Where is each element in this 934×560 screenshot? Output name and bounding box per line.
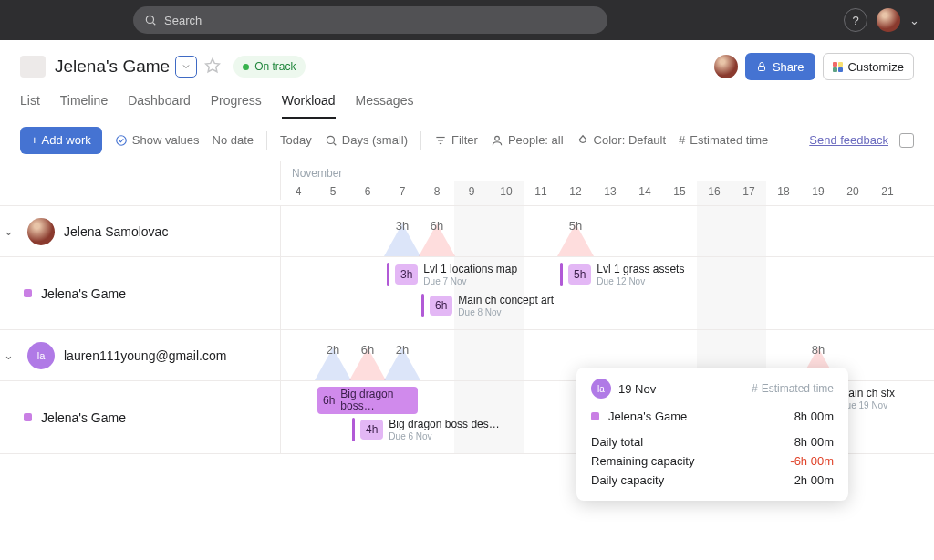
filter-button[interactable]: Filter	[434, 133, 478, 147]
tab-messages[interactable]: Messages	[356, 88, 414, 119]
hash-icon: #	[679, 133, 685, 147]
expand-chevron-icon[interactable]: ⌄	[4, 348, 18, 362]
save-layout-button[interactable]	[899, 133, 914, 148]
zoom-select[interactable]: Days (small)	[325, 133, 408, 147]
tab-list[interactable]: List	[20, 88, 40, 119]
star-icon	[204, 57, 221, 74]
tooltip-est-label: #Estimated time	[752, 382, 834, 395]
project-dot-icon	[24, 413, 32, 421]
task-card[interactable]: 3hLvl 1 locations mapDue 7 Nov	[387, 263, 517, 286]
add-work-button[interactable]: + Add work	[20, 127, 102, 154]
show-values-toggle[interactable]: Show values	[115, 133, 200, 147]
svg-marker-2	[206, 58, 220, 71]
hour-label: 6h	[361, 343, 374, 357]
help-button[interactable]: ?	[844, 8, 867, 32]
tooltip-project: Jelena's Game	[608, 410, 687, 423]
task-hours: 6h	[323, 394, 335, 407]
project-row[interactable]: Jelena's Game	[0, 257, 281, 329]
hour-label: 2h	[327, 343, 339, 357]
task-marker	[387, 263, 389, 286]
svg-line-6	[333, 142, 336, 145]
task-due: Due 6 Nov	[389, 431, 499, 441]
capacity-tooltip: la 19 Nov #Estimated time Jelena's Game …	[576, 368, 848, 501]
person-avatar	[27, 218, 55, 245]
day-header: 5	[316, 181, 350, 205]
day-header: 7	[385, 181, 420, 205]
people-filter[interactable]: People: all	[491, 133, 564, 147]
no-date-toggle[interactable]: No date	[213, 133, 254, 147]
color-select[interactable]: Color: Default	[576, 133, 666, 147]
member-avatar[interactable]	[714, 55, 738, 78]
title-dropdown-button[interactable]	[175, 56, 197, 78]
svg-point-10	[495, 136, 500, 140]
view-tabs: ListTimelineDashboardProgressWorkloadMes…	[0, 80, 934, 119]
project-row[interactable]: Jelena's Game	[0, 381, 281, 453]
task-bar[interactable]: 6hBig dragon boss…	[317, 387, 418, 414]
filter-icon	[434, 134, 447, 147]
user-menu-caret-icon[interactable]: ⌄	[909, 14, 919, 27]
task-marker	[421, 294, 424, 317]
task-title: Big dragon boss…	[340, 389, 412, 412]
task-card[interactable]: 4hBig dragon boss des…Due 6 Nov	[352, 418, 500, 441]
hour-label: 5h	[569, 219, 582, 233]
tab-workload[interactable]: Workload	[282, 88, 336, 119]
star-button[interactable]	[204, 57, 221, 77]
task-hours: 6h	[430, 296, 452, 316]
task-marker	[560, 263, 563, 286]
drop-icon	[576, 134, 589, 147]
task-due: Due 12 Nov	[597, 276, 684, 286]
global-search[interactable]: Search	[133, 6, 607, 34]
month-label: November	[281, 161, 934, 181]
share-button[interactable]: Share	[745, 53, 815, 80]
day-header: 9	[454, 181, 489, 205]
task-title: Lvl 1 locations map	[423, 263, 517, 275]
send-feedback-link[interactable]: Send feedback	[809, 133, 888, 147]
tooltip-project-value: 8h 00m	[794, 410, 834, 423]
zoom-icon	[325, 134, 337, 147]
estimate-field[interactable]: # Estimated time	[679, 133, 768, 147]
day-headers: 456789101112131415161718192021	[281, 181, 934, 205]
day-header: 11	[524, 181, 558, 205]
user-avatar[interactable]	[877, 8, 900, 32]
task-hours: 3h	[395, 264, 418, 285]
tooltip-avatar: la	[591, 379, 611, 399]
tab-dashboard[interactable]: Dashboard	[128, 88, 191, 119]
tooltip-line: Remaining capacity-6h 00m	[591, 451, 834, 471]
task-hours: 4h	[360, 420, 383, 440]
page-title: Jelena's Game	[55, 57, 170, 77]
hour-label: 6h	[431, 219, 443, 233]
task-hours: 5h	[568, 264, 591, 285]
project-dot-icon	[591, 412, 599, 420]
svg-point-4	[117, 135, 127, 145]
person-name: lauren111young@gmail.com	[64, 348, 226, 363]
hour-label: 3h	[396, 219, 409, 233]
day-header: 14	[628, 181, 662, 205]
day-header: 17	[732, 181, 766, 205]
tab-timeline[interactable]: Timeline	[60, 88, 108, 119]
person-icon	[491, 134, 503, 147]
day-header: 8	[420, 181, 454, 205]
tab-progress[interactable]: Progress	[211, 88, 262, 119]
day-header: 4	[281, 181, 316, 205]
task-due: Due 7 Nov	[423, 276, 517, 286]
expand-chevron-icon[interactable]: ⌄	[4, 224, 18, 238]
customize-button[interactable]: Customize	[823, 53, 914, 80]
search-icon	[144, 14, 157, 26]
status-badge[interactable]: On track	[234, 56, 305, 78]
plus-icon: +	[31, 133, 38, 147]
task-card[interactable]: 5hLvl 1 grass assetsDue 12 Nov	[560, 263, 684, 286]
task-due: Due 8 Nov	[458, 307, 554, 317]
check-circle-icon	[115, 134, 128, 147]
project-label: Jelena's Game	[41, 286, 126, 301]
person-row[interactable]: ⌄Jelena Samolovac	[0, 206, 281, 256]
tooltip-date: 19 Nov	[618, 382, 656, 396]
hour-label: 2h	[396, 343, 409, 357]
project-label: Jelena's Game	[41, 410, 126, 425]
task-card[interactable]: 6hMain ch concept artDue 8 Nov	[421, 294, 554, 317]
person-row[interactable]: ⌄lalauren111young@gmail.com	[0, 330, 281, 380]
day-header: 12	[558, 181, 593, 205]
day-header: 13	[593, 181, 628, 205]
day-header: 20	[835, 181, 870, 205]
today-button[interactable]: Today	[280, 133, 312, 147]
day-header: 6	[350, 181, 385, 205]
